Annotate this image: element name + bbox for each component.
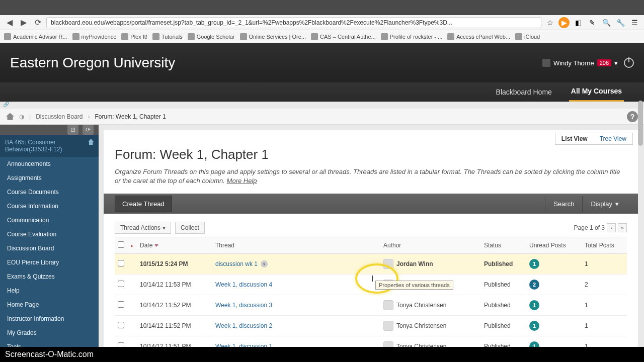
unread-badge[interactable]: 1: [529, 300, 539, 310]
thread-table: ▸ Date Thread Author Status Unread Posts…: [115, 237, 627, 347]
cell-date: 10/15/12 5:24 PM: [137, 254, 212, 275]
column-header-date[interactable]: Date: [140, 242, 209, 249]
unread-badge[interactable]: 1: [529, 259, 539, 269]
display-dropdown[interactable]: Display▾: [582, 196, 627, 212]
bookmark-item[interactable]: Tutorials: [152, 33, 183, 40]
bookmark-item[interactable]: Online Services | Ore...: [240, 33, 306, 40]
extension-icon-3[interactable]: ✎: [587, 17, 598, 28]
nav-blackboard-home[interactable]: Blackboard Home: [494, 83, 554, 101]
nav-all-my-courses[interactable]: All My Courses: [569, 82, 624, 102]
thread-link[interactable]: Week 1, discussion 1: [215, 343, 272, 347]
column-header-thread[interactable]: Thread: [212, 237, 380, 254]
cell-date: 10/14/12 11:51 PM: [137, 336, 212, 347]
sidebar-item-assignments[interactable]: Assignments: [0, 171, 99, 185]
reload-button[interactable]: ⟳: [32, 17, 43, 28]
forward-button[interactable]: ▶: [18, 17, 29, 28]
bookmark-item[interactable]: Access cPanel Web...: [447, 33, 510, 40]
pager-last-button[interactable]: »: [618, 223, 627, 232]
thread-link[interactable]: discussion wk 1 ▾: [215, 260, 268, 267]
cell-date: 10/14/12 11:52 PM: [137, 316, 212, 336]
sidebar-item-help[interactable]: Help: [0, 284, 99, 298]
cell-total: 1: [582, 316, 627, 336]
cell-status: Published: [481, 254, 526, 275]
scrollbar[interactable]: [638, 101, 643, 146]
sidebar-item-announcements[interactable]: Announcements: [0, 157, 99, 171]
sidebar-item-course-information[interactable]: Course Information: [0, 199, 99, 213]
watermark: Screencast-O-Matic.com: [0, 347, 644, 362]
thread-link[interactable]: Week 1, discussion 2: [215, 322, 272, 329]
column-header-total[interactable]: Total Posts: [582, 237, 627, 254]
extension-icon-4[interactable]: 🔍: [601, 17, 612, 28]
collect-button[interactable]: Collect: [175, 222, 205, 234]
unread-badge[interactable]: 1: [529, 341, 539, 347]
row-checkbox[interactable]: [118, 260, 124, 266]
user-menu[interactable]: Windy Thorne 206 ▾: [542, 59, 618, 67]
pager-next-button[interactable]: ›: [607, 223, 616, 232]
bookmark-item[interactable]: myProvidence: [72, 33, 117, 40]
sidebar-item-my-grades[interactable]: My Grades: [0, 326, 99, 340]
wrench-icon[interactable]: 🔧: [615, 17, 626, 28]
forum-title: Forum: Week 1, Chapter 1: [115, 147, 627, 162]
thread-link[interactable]: Week 1, discussion 3: [215, 302, 272, 309]
flag-icon[interactable]: ▸: [131, 243, 133, 248]
breadcrumb-toggle-icon[interactable]: ◑: [19, 113, 24, 120]
row-checkbox[interactable]: [118, 322, 124, 328]
sidebar-refresh-button[interactable]: ⟳: [83, 125, 94, 135]
sidebar-item-course-documents[interactable]: Course Documents: [0, 185, 99, 199]
bookmark-item[interactable]: iCloud: [515, 33, 540, 40]
thread-link[interactable]: Week 1, discussion 4: [215, 281, 272, 288]
extension-icon[interactable]: ▶: [558, 17, 570, 28]
course-home-icon[interactable]: [88, 139, 94, 145]
unread-badge[interactable]: 2: [529, 280, 539, 290]
create-thread-button[interactable]: Create Thread: [115, 196, 172, 212]
cell-total: 1: [582, 295, 627, 316]
cell-author: Tonya Christensen: [383, 300, 478, 310]
help-button[interactable]: ?: [627, 111, 638, 122]
cell-status: Published: [481, 275, 526, 295]
bookmark-star-icon[interactable]: ☆: [544, 17, 555, 28]
chevron-down-icon: ▾: [163, 224, 166, 231]
menu-icon[interactable]: ☰: [629, 17, 640, 28]
table-row: 10/14/12 11:52 PMWeek 1, discussion 2Ton…: [115, 316, 627, 336]
search-button[interactable]: Search: [545, 196, 582, 212]
select-all-checkbox[interactable]: [118, 241, 124, 248]
browser-toolbar: ◀ ▶ ⟳ blackboard.eou.edu/webapps/portal/…: [0, 15, 644, 30]
sidebar-expand-button[interactable]: ⊟: [67, 125, 78, 135]
thread-actions-dropdown[interactable]: Thread Actions▾: [115, 222, 171, 234]
breadcrumb-link-discussion-board[interactable]: Discussion Board: [36, 113, 83, 120]
avatar: [383, 300, 393, 310]
extension-icon-2[interactable]: ◧: [573, 17, 584, 28]
sidebar-item-communication[interactable]: Communication: [0, 213, 99, 227]
bookmark-item[interactable]: CAS – Central Authe...: [311, 33, 376, 40]
list-view-button[interactable]: List View: [555, 133, 594, 144]
sidebar-item-course-evaluation[interactable]: Course Evaluation: [0, 227, 99, 241]
row-checkbox[interactable]: [118, 281, 124, 287]
row-checkbox[interactable]: [118, 301, 124, 308]
cell-date: 10/14/12 11:52 PM: [137, 295, 212, 316]
url-bar[interactable]: blackboard.eou.edu/webapps/portal/frames…: [46, 17, 541, 28]
unread-badge[interactable]: 1: [529, 321, 539, 331]
row-checkbox[interactable]: [118, 342, 124, 347]
home-icon[interactable]: [6, 113, 14, 120]
tree-view-button[interactable]: Tree View: [594, 133, 632, 144]
more-help-link[interactable]: More Help: [227, 177, 257, 185]
back-button[interactable]: ◀: [4, 17, 15, 28]
bookmark-item[interactable]: Google Scholar: [188, 33, 235, 40]
column-header-unread[interactable]: Unread Posts: [526, 237, 582, 254]
cell-total: 1: [582, 254, 627, 275]
column-header-status[interactable]: Status: [481, 237, 526, 254]
sidebar-item-instructor-information[interactable]: Instructor Information: [0, 312, 99, 326]
cell-author: Jordan Winn: [383, 259, 478, 269]
logout-button[interactable]: [624, 58, 634, 68]
column-header-author[interactable]: Author: [380, 237, 481, 254]
sidebar-item-discussion-board[interactable]: Discussion Board: [0, 241, 99, 255]
bookmark-item[interactable]: Academic Advisor R...: [4, 33, 67, 40]
thread-menu-icon[interactable]: ▾: [261, 260, 268, 267]
sidebar-item-eou-pierce-library[interactable]: EOU Pierce Library: [0, 255, 99, 269]
sidebar-item-exams-quizzes[interactable]: Exams & Quizzes: [0, 269, 99, 284]
bookmark-item[interactable]: Profile of rockster - ...: [381, 33, 443, 40]
forum-content: List View Tree View Forum: Week 1, Chapt…: [104, 130, 638, 347]
bookmark-item[interactable]: Plex It!: [121, 33, 147, 40]
sidebar-item-home-page[interactable]: Home Page: [0, 298, 99, 312]
course-title[interactable]: BA 465: Consumer Behavior(33532-F12): [5, 139, 88, 153]
